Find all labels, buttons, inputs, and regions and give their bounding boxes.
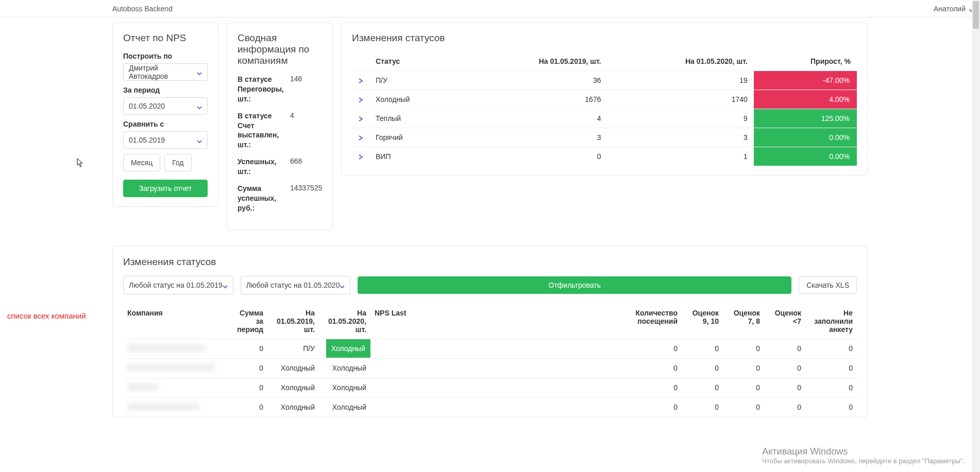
company-name [123,358,231,378]
nps-last [370,397,625,417]
expand-row-icon[interactable] [359,115,363,123]
status-2020: Холодный [319,358,370,378]
status-name: ВИП [369,147,461,166]
r78: 0 [723,358,764,378]
table-row: Горячий330.00% [352,128,857,147]
status-2020: 19 [607,71,753,90]
expand-row-icon[interactable] [359,153,363,161]
filter-status-2020[interactable]: Любой статус на 01.05.2020 [241,276,351,294]
col-on-2019: На 01.05.2019, шт. [461,52,607,71]
user-menu[interactable]: Анатолий [934,5,974,13]
nps-report-card: Отчет по NPS Построить по Дмитрий Автока… [112,23,218,207]
company-name [123,378,231,397]
summary-card: Сводная информация по компаниям В статус… [227,23,333,230]
nps-title: Отчет по NPS [123,32,208,44]
compare-value: 01.05.2019 [129,136,165,144]
rlt7: 0 [764,397,805,417]
filter-button[interactable]: Отфильтровать [358,276,791,294]
table-row: Теплый49125.00% [352,109,857,128]
summary-row: В статусе Счет выставлен, шт.:4 [238,111,322,150]
table-row: 0ХолодныйХолодный00000 [123,358,857,378]
nofill: 0 [805,339,857,358]
col-910: Оценок 9, 10 [682,304,723,339]
status-2019: 36 [461,71,607,90]
table-row: 0П/УХолодный00000 [123,339,857,358]
sum: 0 [231,397,267,417]
companies-table: Компания Сумма за период На 01.05.2019, … [123,304,857,417]
col-status: Статус [369,52,461,71]
status-2020: Холодный [319,397,370,417]
growth-pct: 4.00% [754,90,857,109]
status-name: Холодный [369,90,461,109]
col-lt7: Оценок <7 [764,304,805,339]
brand: Autoboss Backend [112,5,173,13]
cursor-icon [77,158,84,169]
col-on1: На 01.05.2019, шт. [267,304,319,339]
summary-value: 14337525 [290,184,322,213]
nps-last [370,378,625,397]
download-xls-button[interactable]: Скачать XLS [799,276,857,294]
status-name: Горячий [369,128,461,147]
status-badge: Холодный [326,339,370,358]
rlt7: 0 [764,358,805,378]
compare-select[interactable]: 01.05.2019 [123,131,208,149]
r910: 0 [682,378,723,397]
status-2020: Холодный [319,378,370,397]
status-name: П/У [369,71,461,90]
lower-title: Изменения статусов [123,256,857,268]
status-2020: Холодный [319,339,370,358]
chevron-down-icon [340,283,345,288]
status-2019: Холодный [267,358,319,378]
summary-key: Успешных, шт.: [238,157,285,177]
year-button[interactable]: Год [164,154,191,171]
table-row: Холодный167617404.00% [352,90,857,109]
status-changes-detail-card: Изменения статусов Любой статус на 01.05… [112,246,868,417]
col-on2: На 01.05.2020, шт. [319,304,370,339]
nofill: 0 [805,378,857,397]
col-visits: Количество посещений [625,304,682,339]
status-2019: Холодный [267,378,319,397]
load-report-button[interactable]: Загрузить отчет [123,180,208,197]
chevron-down-icon [197,137,202,143]
table-row: 0ХолодныйХолодный00000 [123,397,857,417]
nps-last [370,358,625,378]
growth-pct: 0.00% [754,147,857,166]
scrollbar[interactable] [972,0,980,417]
summary-row: Сумма успешных, руб.:14337525 [238,184,322,213]
period-select[interactable]: 01.05.2020 [123,97,208,115]
compare-label: Сравнить с [123,120,208,128]
period-label: За период [123,86,208,94]
chevron-down-icon [197,69,202,75]
summary-row: Успешных, шт.:668 [238,157,322,177]
growth-pct: 125.00% [754,109,857,128]
r78: 0 [723,339,764,358]
expand-row-icon[interactable] [359,96,363,104]
status-name: Теплый [369,109,461,128]
filter-status-2019[interactable]: Любой статус на 01.05.2019 [123,276,233,294]
rlt7: 0 [764,378,805,397]
nofill: 0 [805,358,857,378]
status-2019: П/У [267,339,319,358]
month-button[interactable]: Месяц [123,154,160,171]
col-company: Компания [123,304,231,339]
status-2019: 0 [461,147,607,166]
company-name [123,339,231,358]
status-2019: Холодный [267,397,319,417]
rlt7: 0 [764,339,805,358]
status-2020: 9 [607,109,753,128]
build-by-select[interactable]: Дмитрий Автокадров [123,63,208,81]
summary-key: В статусе Переговоры, шт.: [238,75,285,104]
table-row: ВИП010.00% [352,147,857,166]
build-by-value: Дмитрий Автокадров [129,64,197,80]
build-by-label: Построить по [123,52,208,60]
topbar: Autoboss Backend Анатолий [0,0,980,18]
visits: 0 [625,358,682,378]
expand-row-icon[interactable] [359,77,363,85]
visits: 0 [625,378,682,397]
col-on-2020: На 01.05.2020, шт. [607,52,753,71]
table-row: П/У3619-47.00% [352,71,857,90]
scrollbar-thumb[interactable] [973,1,979,29]
visits: 0 [625,397,682,417]
expand-row-icon[interactable] [359,134,363,142]
nofill: 0 [805,397,857,417]
